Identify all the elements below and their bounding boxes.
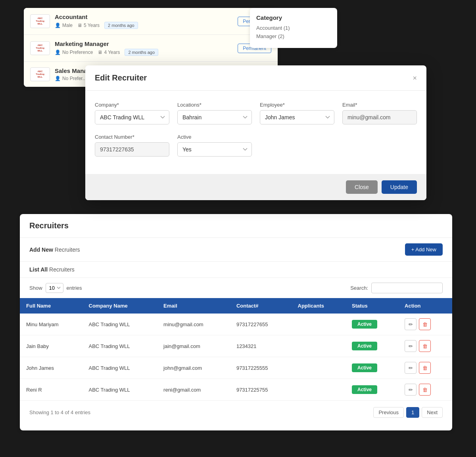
company-label: Company* [95, 102, 169, 108]
cell-email-3: reni@gmail.com [157, 379, 230, 401]
cell-applicants-1 [292, 335, 345, 357]
status-badge-2: Active [352, 363, 377, 372]
company-logo-2: ABCTradingWLL [30, 41, 50, 55]
category-panel: Category Accountant (1) Manager (2) [250, 8, 337, 48]
pagination: Previous 1 Next [373, 407, 443, 418]
locations-label: Locations* [177, 102, 252, 108]
entries-per-page-select[interactable]: 10 [46, 283, 63, 293]
cell-company-1: ABC Trading WLL [83, 335, 157, 357]
employee-label: Employee* [260, 102, 334, 108]
add-new-text: Add New Recruiters [29, 247, 80, 253]
edit-recruiter-modal: Edit Recruiter × Company* ABC Trading WL… [85, 65, 426, 200]
delete-button-0[interactable]: 🗑 [419, 318, 431, 330]
job-meta-2: 👤 No Preference 🖥 4 Years 2 months ago [55, 49, 233, 56]
company-field-group: Company* ABC Trading WLL [95, 102, 169, 124]
job-title-1: Accountant [55, 13, 233, 20]
company-select[interactable]: ABC Trading WLL [95, 110, 169, 124]
delete-button-2[interactable]: 🗑 [419, 362, 431, 374]
table-row: Minu Mariyam ABC Trading WLL minu@gmail.… [20, 314, 452, 335]
company-logo-3: ABCTradingWLL [30, 67, 50, 81]
delete-button-1[interactable]: 🗑 [419, 340, 431, 352]
section-header: Recruiters [20, 214, 452, 238]
cell-status-1: Active [345, 335, 398, 357]
category-item-0[interactable]: Accountant (1) [256, 25, 331, 31]
showing-entries-text: Showing 1 to 4 of 4 entries [29, 409, 90, 415]
recruiters-section: Recruiters Add New Recruiters + Add New … [20, 214, 452, 430]
delete-button-3[interactable]: 🗑 [419, 384, 431, 396]
edit-button-0[interactable]: ✏ [405, 318, 416, 330]
cell-contact-3: 97317225755 [230, 379, 292, 401]
show-label: Show [29, 285, 42, 291]
locations-select[interactable]: Bahrain [177, 110, 252, 124]
cell-email-1: jain@gmail.com [157, 335, 230, 357]
cell-status-3: Active [345, 379, 398, 401]
cell-fullname-1: Jain Baby [20, 335, 83, 357]
cell-applicants-0 [292, 314, 345, 335]
form-row-1: Company* ABC Trading WLL Locations* Bahr… [95, 102, 417, 124]
edit-button-2[interactable]: ✏ [405, 362, 416, 374]
category-item-1[interactable]: Manager (2) [256, 33, 331, 39]
action-buttons-1: ✏ 🗑 [405, 340, 446, 352]
search-label: Search: [350, 285, 368, 291]
next-page-button[interactable]: Next [422, 407, 443, 418]
page-1-button[interactable]: 1 [406, 407, 419, 418]
cell-applicants-3 [292, 379, 345, 401]
company-logo-1: ABCTradingWLL [30, 14, 50, 28]
active-label: Active [177, 134, 252, 140]
gender-icon-2: 👤 No Preference [55, 50, 93, 55]
status-badge-3: Active [352, 385, 377, 394]
recruiters-table: Full Name Company Name Email Contact# Ap… [20, 298, 452, 401]
cell-fullname-2: John James [20, 357, 83, 379]
contact-field-group: Contact Number* [95, 134, 169, 157]
category-panel-title: Category [256, 14, 331, 21]
close-modal-button[interactable]: Close [346, 180, 378, 194]
search-input[interactable] [371, 283, 443, 293]
col-action: Action [398, 298, 452, 314]
col-company: Company Name [83, 298, 157, 314]
active-field-group: Active Yes [177, 134, 252, 157]
add-new-subheader: Add New Recruiters + Add New [20, 238, 452, 262]
action-buttons-3: ✏ 🗑 [405, 384, 446, 396]
status-badge-1: Active [352, 342, 377, 350]
table-header-row: Full Name Company Name Email Contact# Ap… [20, 298, 452, 314]
locations-field-group: Locations* Bahrain [177, 102, 252, 124]
update-button[interactable]: Update [382, 180, 417, 194]
contact-input[interactable] [95, 142, 169, 157]
job-item-1[interactable]: ABCTradingWLL Accountant 👤 Male 🖥 5 Year… [24, 8, 278, 35]
empty-group-2 [342, 134, 417, 157]
add-new-button[interactable]: + Add New [405, 243, 443, 256]
employee-field-group: Employee* John James [260, 102, 334, 124]
experience-icon-2: 🖥 4 Years [98, 50, 120, 55]
show-entries-control: Show 10 entries [29, 283, 82, 293]
table-row: John James ABC Trading WLL john@gmail.co… [20, 357, 452, 379]
entries-label: entries [67, 285, 82, 291]
cell-action-3: ✏ 🗑 [398, 379, 452, 401]
table-row: Jain Baby ABC Trading WLL jain@gmail.com… [20, 335, 452, 357]
experience-icon-1: 🖥 5 Years [77, 23, 100, 28]
cell-company-0: ABC Trading WLL [83, 314, 157, 335]
job-item-2[interactable]: ABCTradingWLL Marketing Manager 👤 No Pre… [24, 35, 278, 62]
cell-contact-2: 97317225555 [230, 357, 292, 379]
edit-button-3[interactable]: ✏ [405, 384, 416, 396]
active-select[interactable]: Yes [177, 142, 252, 157]
gender-icon-3: 👤 No Prefer... [55, 76, 86, 81]
cell-action-0: ✏ 🗑 [398, 314, 452, 335]
cell-fullname-0: Minu Mariyam [20, 314, 83, 335]
cell-status-0: Active [345, 314, 398, 335]
action-buttons-2: ✏ 🗑 [405, 362, 446, 374]
table-row: Reni R ABC Trading WLL reni@gmail.com 97… [20, 379, 452, 401]
email-input[interactable] [342, 110, 417, 124]
modal-title: Edit Recruiter [95, 73, 147, 82]
employee-select[interactable]: John James [260, 110, 334, 124]
col-email: Email [157, 298, 230, 314]
action-buttons-0: ✏ 🗑 [405, 318, 446, 330]
modal-footer: Close Update [85, 174, 426, 200]
modal-close-button[interactable]: × [413, 75, 417, 82]
edit-button-1[interactable]: ✏ [405, 340, 416, 352]
modal-body: Company* ABC Trading WLL Locations* Bahr… [85, 91, 426, 174]
previous-page-button[interactable]: Previous [373, 407, 404, 418]
posted-tag-2: 2 months ago [125, 49, 158, 56]
table-controls: Show 10 entries Search: [20, 278, 452, 298]
cell-action-2: ✏ 🗑 [398, 357, 452, 379]
form-row-2: Contact Number* Active Yes [95, 134, 417, 157]
